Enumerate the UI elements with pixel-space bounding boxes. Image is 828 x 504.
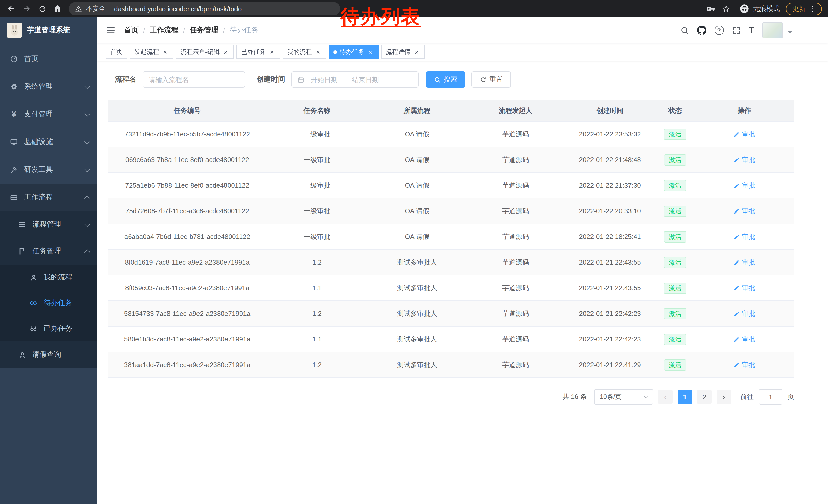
cell-initiator: 芋道源码 [467,224,564,249]
reload-icon[interactable] [35,2,49,16]
cell-initiator: 芋道源码 [467,249,564,275]
page-size-select[interactable]: 10条/页 [594,389,653,405]
close-icon[interactable]: × [268,48,276,55]
reset-button[interactable]: 重置 [471,71,511,88]
approve-link[interactable]: 审批 [734,283,755,292]
tab-label: 已办任务 [241,47,266,56]
cell-task-name: 1.2 [267,249,367,275]
process-name-input[interactable] [142,71,245,88]
breadcrumb-item-workflow[interactable]: 工作流程 [150,26,178,35]
update-button[interactable]: 更新 ⋮ [786,2,822,15]
breadcrumb-separator: / [183,26,185,34]
sidebar-item-leave-query[interactable]: 请假查询 [0,341,97,368]
sidebar-item-my-processes[interactable]: 我的流程 [0,265,97,290]
cell-initiator: 芋道源码 [467,147,564,173]
start-date-input[interactable] [307,75,341,84]
approve-link[interactable]: 审批 [734,258,755,267]
content-header: 首页 / 工作流程 / 任务管理 / 待办任务 ? [97,17,828,43]
avatar[interactable] [762,22,783,39]
cell-initiator: 芋道源码 [467,301,564,326]
approve-link[interactable]: 审批 [734,232,755,241]
sidebar-item-todo-tasks[interactable]: 待办任务 [0,290,97,316]
sidebar-item-done-tasks[interactable]: 已办任务 [0,316,97,341]
address-bar[interactable]: 不安全 dashboard.yudao.iocoder.cn/bpm/task/… [69,2,340,15]
column-header-task-id: 任务编号 [108,100,267,121]
sidebar-item-task-management[interactable]: 任务管理 [0,238,97,265]
column-header-initiator: 流程发起人 [467,100,564,121]
close-icon[interactable]: × [315,48,322,55]
cell-created-at: 2022-01-22 21:37:30 [564,173,656,198]
approve-link[interactable]: 审批 [734,130,755,139]
approve-link[interactable]: 审批 [734,155,755,164]
approve-link[interactable]: 审批 [734,360,755,369]
sidebar-item-label: 首页 [24,54,89,63]
approve-link[interactable]: 审批 [734,181,755,190]
sidebar-item-process-management[interactable]: 流程管理 [0,211,97,238]
sidebar-menu: 首页 系统管理 ¥ 支付管理 基础设施 [0,43,97,368]
header-actions: ? T [680,22,792,39]
cell-created-at: 2022-01-22 23:53:32 [564,121,656,147]
caret-down-icon[interactable] [788,31,792,35]
cell-created-at: 2022-01-21 22:42:23 [564,326,656,352]
approve-link[interactable]: 审批 [734,309,755,318]
status-badge: 激活 [664,231,687,242]
sidebar-item-home[interactable]: 首页 [0,45,97,73]
fullscreen-icon[interactable] [732,26,741,35]
home-icon[interactable] [50,2,65,16]
sidebar-item-infrastructure[interactable]: 基础设施 [0,128,97,156]
back-icon[interactable] [4,2,18,16]
sidebar-item-dev-tools[interactable]: 研发工具 [0,156,97,184]
close-icon[interactable]: × [162,48,169,55]
search-icon[interactable] [680,26,689,35]
key-icon[interactable] [703,2,718,16]
bookmark-star-icon[interactable] [719,2,733,16]
tab-label: 流程详情 [386,47,410,56]
search-button[interactable]: 搜索 [426,71,465,88]
close-icon[interactable]: × [413,48,420,55]
github-icon[interactable] [697,26,706,35]
end-date-input[interactable] [348,75,382,84]
date-range-picker[interactable]: - [291,71,419,88]
tab-my-processes[interactable]: 我的流程 × [283,45,326,59]
tab-process-form-edit[interactable]: 流程表单-编辑 × [176,45,234,59]
monitor-icon [9,138,18,146]
omnibox-divider [110,5,110,12]
menu-kebab-icon[interactable]: ⋮ [809,5,816,12]
tab-todo-tasks[interactable]: 待办任务 × [329,45,379,59]
chevron-down-icon [644,394,649,399]
cell-task-name: 一级审批 [267,173,367,198]
breadcrumb-item-task-management[interactable]: 任务管理 [190,26,218,35]
sidebar-item-workflow[interactable]: 工作流程 [0,184,97,211]
help-icon[interactable]: ? [714,26,723,35]
app-logo[interactable]: 芋道管理系统 [0,17,97,43]
cell-task-name: 1.1 [267,326,367,352]
sidebar-item-system-management[interactable]: 系统管理 [0,73,97,100]
forward-icon[interactable] [19,2,34,16]
cell-task-id: 75d72608-7b7f-11ec-a3c8-acde48001122 [108,198,267,224]
sidebar-item-label: 任务管理 [32,246,80,256]
hamburger-icon[interactable] [106,25,116,35]
status-badge: 激活 [664,308,687,319]
cell-task-id: 8f0d1619-7ac8-11ec-a9e2-a2380e71991a [108,249,267,275]
approve-link[interactable]: 审批 [734,334,755,344]
tab-process-detail[interactable]: 流程详情 × [381,45,425,59]
status-badge: 激活 [664,333,687,345]
close-icon[interactable]: × [222,48,229,55]
close-icon[interactable]: × [367,48,374,55]
approve-link[interactable]: 审批 [734,207,755,216]
goto-page-input[interactable] [759,389,782,405]
tab-done-tasks[interactable]: 已办任务 × [237,45,280,59]
tab-home[interactable]: 首页 [106,45,127,59]
tab-initiate-process[interactable]: 发起流程 × [130,45,173,59]
next-page-button[interactable]: › [717,390,731,404]
cell-created-at: 2022-01-21 22:43:55 [564,249,656,275]
sidebar-item-payment-management[interactable]: ¥ 支付管理 [0,100,97,128]
font-size-icon[interactable]: T [749,25,754,35]
cell-created-at: 2022-01-21 22:42:23 [564,301,656,326]
prev-page-button[interactable]: ‹ [658,390,672,404]
page-button-1[interactable]: 1 [678,390,692,404]
filter-name-label: 流程名 [115,75,136,84]
page-button-2[interactable]: 2 [697,390,711,404]
cell-task-name: 一级审批 [267,147,367,173]
breadcrumb-item-home[interactable]: 首页 [124,26,138,35]
